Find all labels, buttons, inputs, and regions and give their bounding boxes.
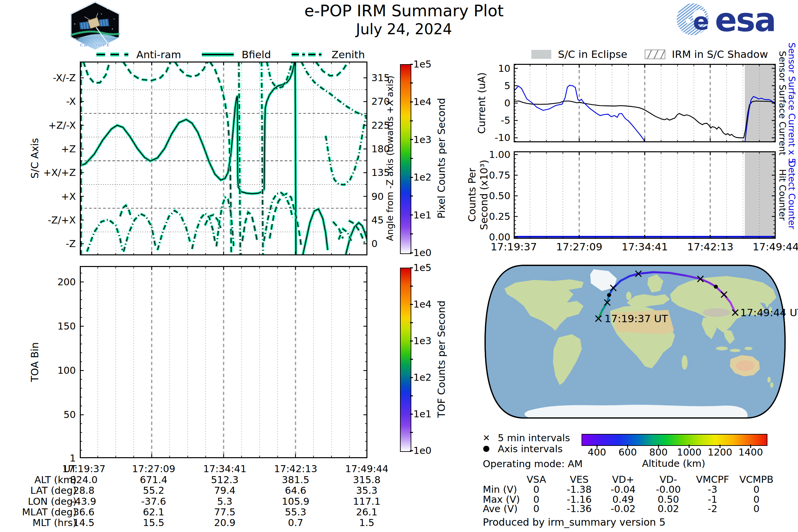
legend-item-antiram: Anti-ram bbox=[96, 49, 181, 60]
pixel-colorbar-tick: 1e5 bbox=[413, 58, 432, 70]
table-cell: 15.5 bbox=[143, 517, 165, 528]
tof-colorbar-tick: 1e0 bbox=[413, 445, 432, 456]
operating-mode: Operating mode: AM bbox=[483, 458, 583, 470]
sc-ytick-right: 225 bbox=[372, 120, 390, 131]
colorbar-tick-mark bbox=[410, 233, 413, 234]
pixel-colorbar-tick: 1e1 bbox=[413, 209, 432, 221]
pixel-colorbar-tick: 1e2 bbox=[413, 172, 432, 183]
toa-bin-plot bbox=[80, 266, 367, 458]
colorbar-tick-mark bbox=[410, 158, 413, 159]
counts-ylabel: Counts Per Second (x10³) bbox=[466, 159, 490, 230]
table-cell: 28.8 bbox=[73, 485, 95, 496]
sc-ytick-right: 180 bbox=[372, 143, 390, 155]
pixel-colorbar-tick: 1e3 bbox=[413, 134, 432, 145]
time-tick: 17:19:37 bbox=[491, 241, 537, 253]
legend-label: Anti-ram bbox=[136, 49, 181, 60]
sc-ytick-right: 45 bbox=[372, 214, 384, 226]
voltage-column-header: VMCPF bbox=[696, 474, 729, 485]
table-cell: -43.9 bbox=[71, 496, 96, 507]
current-ytick: -10 bbox=[495, 132, 510, 143]
page-title: e-POP IRM Summary Plot bbox=[138, 1, 670, 20]
colorbar-tick-mark bbox=[410, 101, 413, 102]
legend-item-shadow: IRM in S/C Shadow bbox=[645, 48, 768, 60]
x-marker-icon: ✕ bbox=[483, 433, 490, 443]
eclipse-legend: S/C in Eclipse IRM in S/C Shadow bbox=[531, 48, 778, 60]
pixel-colorbar-tick: 1e4 bbox=[413, 96, 432, 108]
current-ytick: 10 bbox=[498, 63, 510, 74]
colorbar-tick-mark bbox=[410, 252, 413, 253]
voltage-cell: 0 bbox=[533, 484, 539, 495]
colorbar-tick-mark bbox=[410, 267, 413, 268]
altitude-tick: 1400 bbox=[739, 446, 763, 458]
axis-intervals-label: Axis intervals bbox=[498, 443, 563, 455]
time-tick: 17:49:44 bbox=[753, 241, 798, 253]
five-min-label: 5 min intervals bbox=[498, 432, 570, 443]
voltage-column-header: VD+ bbox=[612, 474, 634, 485]
colorbar-tick-mark bbox=[410, 377, 413, 378]
pixel-colorbar bbox=[400, 64, 411, 254]
indonesia bbox=[716, 346, 728, 350]
colorbar-tick-mark bbox=[410, 120, 413, 121]
colorbar-tick-mark bbox=[410, 359, 413, 360]
bfield-line-icon bbox=[201, 52, 234, 57]
sc-ytick-left: -X bbox=[66, 96, 76, 107]
counts-plot bbox=[514, 151, 776, 239]
table-cell: 17:27:09 bbox=[132, 463, 175, 474]
cassiope-patch: CASSIOPE bbox=[68, 1, 123, 51]
colorbar-tick-mark bbox=[410, 395, 413, 396]
sc-ytick-right: 90 bbox=[372, 191, 384, 202]
table-cell: 17:34:41 bbox=[203, 463, 246, 474]
colorbar-tick-mark bbox=[410, 450, 413, 451]
table-cell: 512.3 bbox=[211, 474, 239, 486]
voltage-cell: -1.38 bbox=[567, 484, 591, 495]
toa-ytick: 50 bbox=[63, 409, 76, 420]
legend-label: IRM in S/C Shadow bbox=[672, 48, 768, 60]
tof-colorbar-tick: 1e2 bbox=[413, 372, 432, 383]
current-plot bbox=[514, 64, 776, 142]
table-cell: 381.5 bbox=[282, 474, 309, 486]
counts-ytick: 0.50 bbox=[489, 190, 510, 202]
table-cell: 17:42:13 bbox=[274, 463, 317, 474]
sc-axis-plot bbox=[80, 61, 367, 255]
counts-ylabel-line2: Second (x10³) bbox=[478, 159, 490, 230]
voltage-column-header: VSA bbox=[527, 474, 546, 485]
legend-label: S/C in Eclipse bbox=[558, 48, 627, 60]
japan bbox=[765, 298, 769, 307]
shadow-hatch-icon bbox=[645, 50, 665, 59]
time-tick: 17:27:09 bbox=[556, 241, 602, 253]
altitude-tick: 1000 bbox=[677, 446, 702, 458]
voltage-row-label: Min (V) bbox=[483, 484, 517, 495]
table-row-label: MLAT (deg) bbox=[22, 507, 76, 518]
altitude-tick: 1200 bbox=[707, 446, 732, 458]
table-cell: 26.1 bbox=[356, 507, 378, 518]
voltage-cell: 0 bbox=[754, 503, 759, 514]
table-cell: 62.1 bbox=[143, 507, 165, 518]
page-date: July 24, 2024 bbox=[138, 21, 670, 38]
toa-ytick: 100 bbox=[58, 365, 76, 376]
voltage-cell: -3 bbox=[708, 484, 718, 495]
antarctica bbox=[525, 405, 748, 418]
world-map bbox=[484, 263, 786, 421]
table-cell: 17:49:44 bbox=[345, 463, 388, 474]
counts-ytick: 0.75 bbox=[489, 170, 510, 181]
colorbar-tick-mark bbox=[410, 341, 413, 341]
current-ytick: 5 bbox=[505, 80, 510, 92]
colorbar-tick-mark bbox=[410, 432, 413, 433]
current-right-label-blue: Sensor Surface Current x 5 bbox=[787, 42, 797, 164]
tof-colorbar-label: TOF Counts per Second bbox=[436, 301, 447, 418]
voltage-cell: -1.36 bbox=[567, 503, 591, 514]
altitude-colorbar bbox=[582, 434, 767, 446]
table-cell: 55.2 bbox=[143, 485, 165, 496]
altitude-tick: 400 bbox=[588, 446, 606, 458]
colorbar-tick-mark bbox=[410, 139, 413, 140]
legend-item-eclipse: S/C in Eclipse bbox=[531, 48, 627, 60]
colorbar-tick-mark bbox=[410, 286, 413, 287]
current-ylabel: Current (uA) bbox=[476, 72, 488, 134]
table-cell: 105.9 bbox=[282, 496, 309, 507]
voltage-column-header: VES bbox=[570, 474, 589, 485]
sc-ytick-left: +Z bbox=[61, 143, 76, 155]
track-end-label: 17:49:44 UT bbox=[740, 307, 798, 319]
pixel-colorbar-label: Pixel Counts per Second bbox=[436, 98, 447, 219]
sc-ytick-right: 135 bbox=[372, 167, 390, 178]
track-start-label: 17:19:37 UT bbox=[605, 312, 668, 324]
